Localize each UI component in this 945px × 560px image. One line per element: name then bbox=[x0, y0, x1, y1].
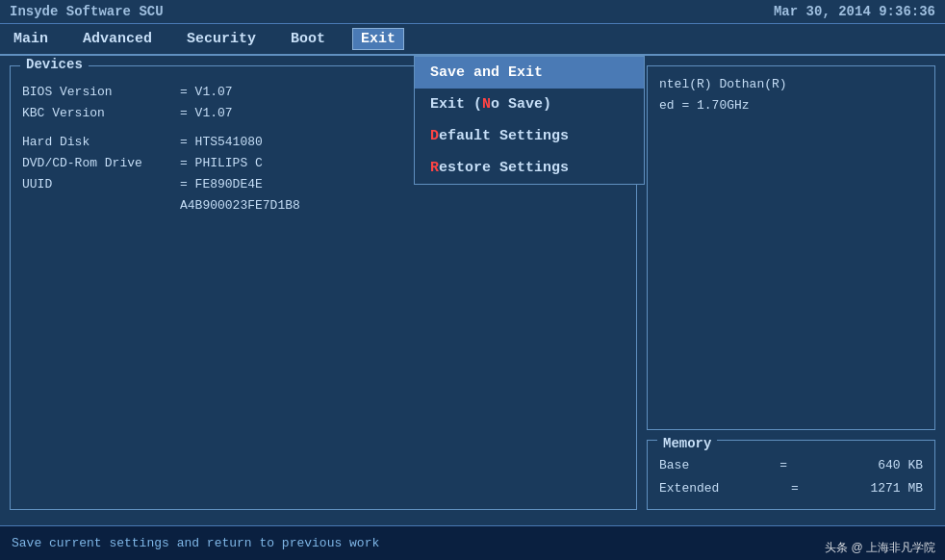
hdd-value: = HTS541080 bbox=[180, 132, 263, 153]
dvd-value: = PHILIPS C bbox=[180, 153, 263, 174]
dvd-label: DVD/CD-Rom Drive bbox=[22, 153, 176, 174]
extended-value: 1271 MB bbox=[870, 477, 923, 501]
base-label: Base bbox=[659, 454, 689, 478]
exit-default-settings[interactable]: Default Settings bbox=[415, 120, 644, 152]
device-row-uuid2: A4B900023FE7D1B8 bbox=[22, 195, 625, 216]
extended-label: Extended bbox=[659, 477, 719, 501]
bios-screen: Insyde Software SCU Mar 30, 2014 9:36:36… bbox=[0, 0, 945, 560]
watermark: 头条 @ 上海非凡学院 bbox=[825, 540, 935, 556]
memory-panel: Memory Base = 640 KB Extended = 1271 MB bbox=[647, 440, 935, 510]
no-save-red: N bbox=[482, 96, 491, 113]
base-eq: = bbox=[779, 454, 787, 478]
exit-save-exit[interactable]: Save and Exit bbox=[415, 57, 644, 89]
uuid-label: UUID bbox=[22, 174, 176, 195]
right-panel: ntel(R) Dothan(R) ed = 1.70GHz Memory Ba… bbox=[647, 65, 935, 510]
cpu-panel: ntel(R) Dothan(R) ed = 1.70GHz bbox=[647, 65, 935, 430]
hdd-label: Hard Disk bbox=[22, 132, 176, 153]
base-value: 640 KB bbox=[878, 454, 923, 478]
exit-restore-settings[interactable]: Restore Settings bbox=[415, 152, 644, 184]
menu-boot[interactable]: Boot bbox=[283, 29, 333, 49]
status-bar: Save current settings and return to prev… bbox=[0, 525, 945, 560]
status-text: Save current settings and return to prev… bbox=[12, 536, 379, 550]
datetime: Mar 30, 2014 9:36:36 bbox=[774, 4, 935, 19]
kbc-version-label: KBC Version bbox=[22, 103, 176, 124]
extended-eq: = bbox=[791, 477, 799, 501]
uuid-value2: A4B900023FE7D1B8 bbox=[180, 195, 300, 216]
uuid-label2 bbox=[22, 195, 176, 216]
uuid-value: = FE890DE4E bbox=[180, 174, 263, 195]
top-bar: Insyde Software SCU Mar 30, 2014 9:36:36 bbox=[0, 0, 945, 24]
menu-advanced[interactable]: Advanced bbox=[75, 29, 160, 49]
bios-version-value: = V1.07 bbox=[180, 82, 233, 103]
menu-main[interactable]: Main bbox=[6, 29, 56, 49]
cpu-line1: ntel(R) Dothan(R) bbox=[659, 74, 923, 95]
menu-exit[interactable]: Exit bbox=[352, 28, 404, 50]
devices-title: Devices bbox=[20, 57, 89, 72]
menu-bar: Main Advanced Security Boot Exit bbox=[0, 24, 945, 56]
restore-red: R bbox=[430, 160, 439, 176]
kbc-version-value: = V1.07 bbox=[180, 103, 233, 124]
cpu-line2: ed = 1.70GHz bbox=[659, 95, 923, 116]
memory-row-base: Base = 640 KB bbox=[659, 454, 923, 478]
memory-row-extended: Extended = 1271 MB bbox=[659, 477, 923, 501]
menu-security[interactable]: Security bbox=[179, 29, 264, 49]
memory-title: Memory bbox=[657, 431, 717, 457]
default-red: D bbox=[430, 128, 439, 144]
exit-dropdown: Save and Exit Exit (No Save) Default Set… bbox=[414, 56, 645, 185]
bios-title: Insyde Software SCU bbox=[10, 4, 164, 19]
bios-version-label: BIOS Version bbox=[22, 82, 176, 103]
exit-no-save[interactable]: Exit (No Save) bbox=[415, 89, 644, 120]
